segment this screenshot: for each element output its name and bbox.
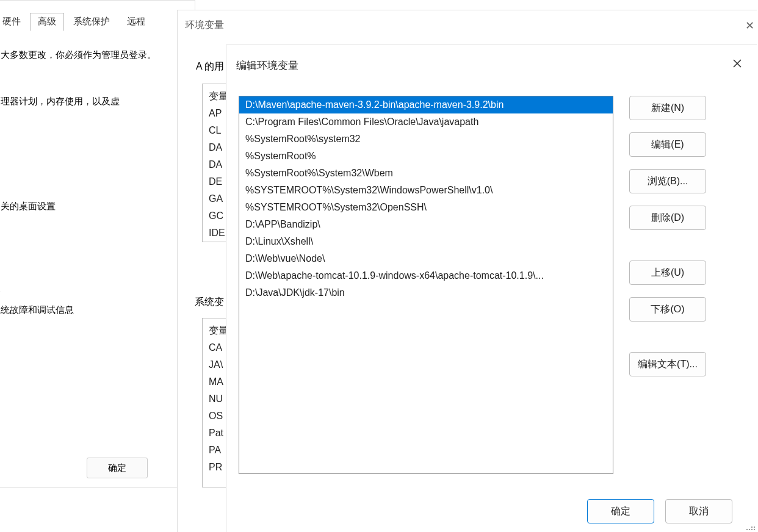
sysprops-ok-button[interactable]: 确定 [87, 458, 148, 478]
path-row[interactable]: %SystemRoot%\System32\Wbem [239, 165, 613, 182]
path-row[interactable]: D:\Web\apache-tomcat-10.1.9-windows-x64\… [239, 267, 613, 284]
path-row[interactable]: C:\Program Files\Common Files\Oracle\Jav… [239, 113, 613, 131]
side-button-column: 新建(N) 编辑(E) 浏览(B)... 删除(D) 上移(U) 下移(O) 编… [629, 96, 706, 389]
system-properties-tabs: 硬件 高级 系统保护 远程 [0, 13, 153, 31]
tab-hardware[interactable]: 硬件 [0, 13, 29, 31]
system-vars-label: 系统变 [195, 296, 224, 309]
move-up-button[interactable]: 上移(U) [629, 261, 706, 285]
move-down-button[interactable]: 下移(O) [629, 297, 706, 322]
close-icon[interactable]: ✕ [745, 19, 754, 32]
performance-line: 效果，处理器计划，内存使用，以及虚 [0, 96, 120, 107]
path-row[interactable]: %SystemRoot%\system32 [239, 131, 613, 148]
resize-grip-icon[interactable] [746, 521, 756, 531]
path-row[interactable]: %SystemRoot% [239, 148, 613, 165]
cancel-button[interactable]: 取消 [665, 499, 732, 523]
path-row[interactable]: D:\Web\vue\Node\ [239, 250, 613, 267]
edit-text-button[interactable]: 编辑文本(T)... [629, 352, 706, 376]
tab-advanced[interactable]: 高级 [30, 13, 64, 31]
env-vars-title: 环境变量 [185, 19, 224, 32]
edit-button[interactable]: 编辑(E) [629, 132, 706, 157]
edit-env-var-dialog: 编辑环境变量 D:\Maven\apache-maven-3.9.2-bin\a… [226, 45, 757, 532]
path-row[interactable]: D:\Java\JDK\jdk-17\bin [239, 284, 613, 301]
delete-button[interactable]: 删除(D) [629, 206, 706, 230]
path-row[interactable]: %SYSTEMROOT%\System32\WindowsPowerShell\… [239, 182, 613, 199]
path-entries-list[interactable]: D:\Maven\apache-maven-3.9.2-bin\apache-m… [239, 96, 613, 474]
tab-system-protection[interactable]: 系统保护 [65, 13, 118, 31]
profiles-line: 眼帐户相关的桌面设置 [0, 201, 56, 212]
recovery-title: 故障恢复 [0, 282, 1, 294]
new-button[interactable]: 新建(N) [629, 96, 706, 120]
spacer [629, 242, 706, 261]
ok-button[interactable]: 确定 [587, 499, 654, 523]
browse-button[interactable]: 浏览(B)... [629, 169, 706, 193]
dialog-footer: 确定 取消 [587, 499, 732, 523]
admin-note: 大多数更改，你必须作为管理员登录。 [1, 49, 156, 61]
system-properties-window: 硬件 高级 系统保护 远程 大多数更改，你必须作为管理员登录。 效果，处理器计划… [0, 0, 195, 488]
path-row[interactable]: D:\Maven\apache-maven-3.9.2-bin\apache-m… [239, 96, 613, 113]
user-vars-label: A 的用 [196, 60, 224, 73]
recovery-line: 启动、系统故障和调试信息 [0, 304, 74, 316]
edit-dialog-title: 编辑环境变量 [236, 59, 298, 73]
path-row[interactable]: %SYSTEMROOT%\System32\OpenSSH\ [239, 199, 613, 216]
path-row[interactable]: D:\Linux\Xshell\ [239, 233, 613, 250]
spacer [629, 334, 706, 352]
path-row[interactable]: D:\APP\Bandizip\ [239, 216, 613, 233]
tab-remote[interactable]: 远程 [119, 13, 153, 31]
close-icon[interactable] [730, 56, 745, 71]
